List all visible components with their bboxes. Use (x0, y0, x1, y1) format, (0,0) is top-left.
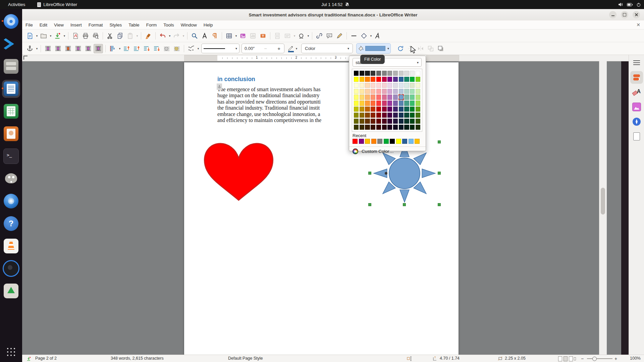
basic-shapes-dropdown-arrow-icon[interactable]: ▾ (369, 34, 373, 38)
scrollbar-thumb[interactable] (601, 188, 605, 215)
view-layout-buttons[interactable] (558, 356, 573, 361)
wrap-through-button[interactable] (84, 44, 93, 53)
palette-swatch[interactable] (382, 83, 387, 88)
palette-swatch[interactable] (371, 71, 375, 76)
activities-button[interactable]: Activities (5, 2, 28, 7)
group-button[interactable] (426, 44, 435, 53)
recent-color-swatch[interactable] (402, 139, 407, 144)
flip-horizontal-button[interactable] (416, 44, 425, 53)
palette-swatch[interactable] (354, 125, 359, 130)
menu-window[interactable]: Window (177, 21, 200, 28)
page-number-status[interactable]: Page 2 of 2 (35, 356, 57, 361)
align-objects-dropdown-arrow-icon[interactable]: ▾ (118, 47, 121, 50)
palette-swatch[interactable] (416, 113, 420, 118)
selection-handle[interactable] (438, 172, 441, 175)
topbar-app-menu[interactable]: LibreOffice Writer (37, 2, 77, 7)
insert-fontwork-button[interactable] (373, 31, 382, 41)
palette-swatch[interactable] (365, 83, 370, 88)
menu-tools[interactable]: Tools (160, 21, 177, 28)
insert-special-character-button[interactable] (297, 31, 306, 41)
sidebar-tab-style-inspector[interactable] (630, 145, 643, 158)
save-button[interactable] (53, 31, 62, 41)
sidebar-tab-styles[interactable] (630, 86, 643, 99)
palette-swatch[interactable] (410, 89, 415, 94)
recent-color-swatch[interactable] (390, 139, 395, 144)
palette-swatch[interactable] (416, 89, 420, 94)
palette-swatch[interactable] (404, 71, 409, 76)
palette-swatch[interactable] (382, 107, 387, 112)
palette-swatch[interactable] (410, 125, 415, 130)
page-style-status[interactable]: Default Page Style (228, 356, 263, 361)
insert-field-dropdown-arrow-icon[interactable]: ▾ (293, 34, 296, 38)
palette-swatch[interactable] (416, 125, 420, 130)
palette-swatch[interactable] (371, 83, 375, 88)
selection-handle[interactable] (438, 140, 441, 143)
palette-swatch[interactable] (376, 125, 381, 130)
palette-swatch[interactable] (360, 119, 364, 124)
palette-swatch[interactable] (393, 101, 398, 106)
palette-swatch[interactable] (371, 107, 375, 112)
dock-item-writer[interactable] (2, 80, 20, 98)
zoom-slider-knob[interactable] (592, 357, 597, 361)
palette-swatch[interactable] (382, 113, 387, 118)
palette-swatch[interactable] (354, 101, 359, 106)
palette-swatch[interactable] (399, 125, 404, 130)
palette-swatch[interactable] (371, 113, 375, 118)
dock-item-calc[interactable] (2, 102, 20, 120)
palette-swatch[interactable] (365, 125, 370, 130)
insert-comment-button[interactable] (325, 31, 334, 41)
paste-button[interactable] (125, 31, 135, 41)
palette-swatch[interactable] (399, 101, 404, 106)
wrap-optimal-button[interactable] (63, 44, 73, 53)
palette-swatch[interactable] (376, 89, 381, 94)
maximize-button[interactable] (621, 11, 628, 18)
palette-swatch[interactable] (399, 113, 404, 118)
palette-swatch[interactable] (354, 89, 359, 94)
palette-swatch[interactable] (354, 113, 359, 118)
menu-table[interactable]: Table (125, 21, 143, 28)
fill-color-dropdown-arrow-icon[interactable]: ▾ (387, 47, 389, 50)
palette-swatch[interactable] (354, 107, 359, 112)
word-count-status[interactable]: 348 words, 2,615 characters (111, 356, 164, 361)
anchor-button[interactable] (25, 44, 35, 53)
palette-swatch[interactable] (410, 119, 415, 124)
recent-color-swatch[interactable] (365, 139, 370, 144)
palette-swatch[interactable] (416, 101, 420, 106)
palette-swatch[interactable] (393, 107, 398, 112)
sidebar-tab-gallery[interactable] (630, 101, 643, 113)
palette-swatch[interactable] (404, 89, 409, 94)
anchor-dropdown-arrow-icon[interactable]: ▾ (35, 47, 39, 50)
horizontal-ruler[interactable]: 12345 (22, 54, 644, 61)
menu-file[interactable]: File (22, 21, 36, 28)
heart-shape[interactable] (202, 139, 275, 203)
palette-swatch[interactable] (416, 95, 420, 100)
copy-button[interactable] (115, 31, 125, 41)
palette-swatch[interactable] (365, 119, 370, 124)
dock-item-files[interactable] (2, 57, 20, 75)
send-to-back-button[interactable] (152, 44, 161, 53)
palette-swatch[interactable] (365, 101, 370, 106)
wrap-off-button[interactable] (43, 44, 53, 53)
menu-form[interactable]: Form (143, 21, 160, 28)
redo-button[interactable] (172, 31, 181, 41)
palette-swatch[interactable] (382, 77, 387, 82)
zoom-out-button[interactable]: − (581, 356, 584, 361)
palette-swatch[interactable] (382, 125, 387, 130)
clone-formatting-button[interactable] (144, 31, 153, 41)
minimize-button[interactable] (609, 11, 616, 18)
open-button[interactable] (39, 31, 48, 41)
palette-swatch[interactable] (387, 83, 392, 88)
to-background-button[interactable] (172, 44, 181, 53)
palette-swatch[interactable] (376, 77, 381, 82)
palette-swatch[interactable] (387, 119, 392, 124)
insert-special-character-dropdown-arrow-icon[interactable]: ▾ (307, 34, 310, 38)
palette-swatch[interactable] (371, 125, 375, 130)
single-page-view-icon[interactable] (558, 356, 562, 361)
palette-swatch[interactable] (365, 95, 370, 100)
palette-swatch[interactable] (387, 107, 392, 112)
zoom-level[interactable]: 100% (630, 356, 641, 361)
palette-swatch[interactable] (404, 83, 409, 88)
find-replace-button[interactable] (190, 31, 199, 41)
insert-table-dropdown-arrow-icon[interactable]: ▾ (234, 34, 238, 38)
palette-swatch[interactable] (399, 71, 404, 76)
